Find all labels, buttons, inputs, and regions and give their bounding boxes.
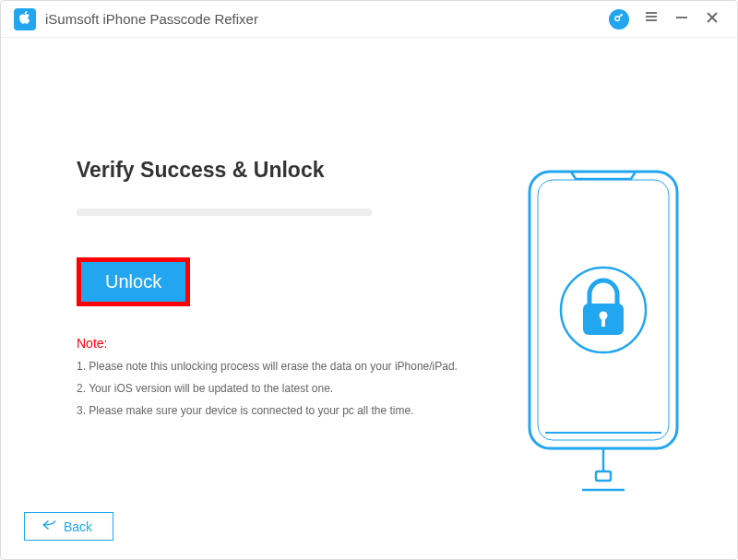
progress-bar [77, 209, 372, 216]
close-button[interactable] [704, 9, 720, 29]
note-list: Please note this unlocking process will … [77, 360, 464, 417]
app-title: iSumsoft iPhone Passcode Refixer [45, 11, 609, 27]
apple-icon [18, 10, 32, 29]
minimize-button[interactable] [673, 9, 690, 29]
page-heading: Verify Success & Unlock [77, 158, 464, 183]
note-item: Please note this unlocking process will … [77, 360, 464, 373]
main-content: Verify Success & Unlock Unlock Note: Ple… [1, 38, 737, 417]
titlebar-controls [609, 9, 720, 30]
note-label: Note: [77, 336, 464, 351]
app-window: iSumsoft iPhone Passcode Refixer [0, 0, 738, 560]
back-button[interactable]: Back [24, 512, 113, 541]
svg-rect-13 [601, 317, 605, 327]
svg-point-0 [615, 16, 620, 20]
lock-icon [589, 280, 617, 305]
note-item: Your iOS version will be updated to the … [77, 382, 464, 395]
app-logo [14, 8, 36, 30]
phone-illustration [525, 167, 682, 503]
svg-rect-15 [596, 471, 611, 481]
left-column: Verify Success & Unlock Unlock Note: Ple… [77, 158, 464, 417]
unlock-button-highlight: Unlock [77, 257, 190, 306]
menu-icon [644, 9, 659, 28]
close-icon [706, 9, 719, 28]
back-button-label: Back [64, 519, 92, 534]
minimize-icon [675, 9, 688, 28]
key-icon [613, 11, 625, 28]
note-item: Please make sure your device is connecte… [77, 404, 464, 417]
titlebar: iSumsoft iPhone Passcode Refixer [1, 1, 737, 38]
menu-button[interactable] [643, 9, 660, 29]
back-arrow-icon [42, 518, 58, 534]
unlock-button[interactable]: Unlock [81, 262, 185, 302]
help-button[interactable] [609, 9, 629, 30]
